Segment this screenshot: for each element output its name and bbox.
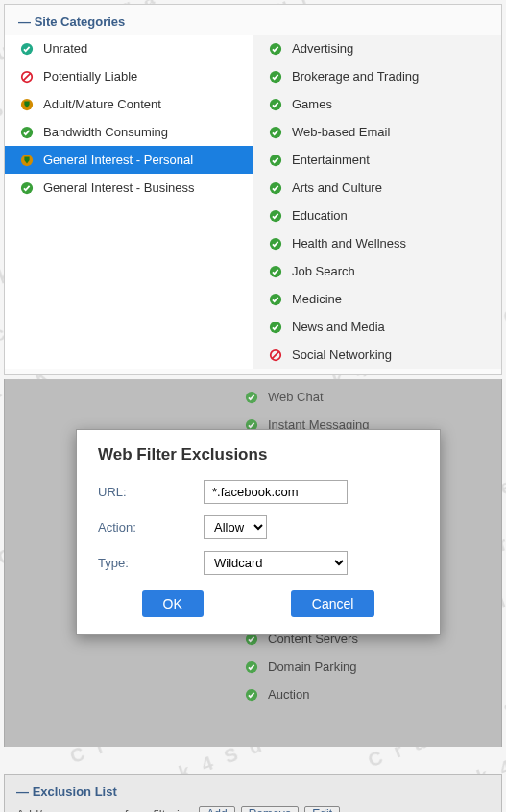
- action-label: Action:: [98, 520, 204, 535]
- category-label: Social Networking: [292, 347, 392, 362]
- svg-line-19: [272, 351, 278, 358]
- category-label: Arts and Culture: [292, 180, 382, 195]
- category-label: Health and Wellness: [292, 236, 406, 251]
- check-circle-icon: [269, 126, 282, 139]
- blocked-icon: [20, 70, 34, 84]
- category-item: Web Chat: [5, 383, 501, 411]
- category-item[interactable]: Games: [253, 90, 501, 118]
- category-label: Unrated: [43, 41, 87, 56]
- category-item[interactable]: Entertainment: [253, 146, 501, 174]
- warning-icon: [20, 154, 34, 167]
- category-item[interactable]: Brokerage and Trading: [253, 62, 501, 90]
- category-label: Potentially Liable: [43, 69, 137, 84]
- category-item[interactable]: Potentially Liable: [5, 62, 253, 90]
- url-label: URL:: [98, 485, 204, 499]
- check-circle-icon: [20, 181, 34, 195]
- category-item[interactable]: Arts and Culture: [253, 174, 501, 202]
- check-circle-icon: [269, 154, 282, 167]
- dialog-title: Web Filter Exclusions: [98, 445, 419, 465]
- category-item[interactable]: News and Media: [253, 313, 501, 341]
- check-circle-icon: [269, 70, 282, 84]
- category-item[interactable]: Adult/Mature Content: [5, 90, 253, 118]
- category-label: Advertising: [292, 41, 353, 56]
- check-circle-icon: [269, 98, 282, 111]
- category-item[interactable]: Education: [253, 202, 501, 229]
- cancel-button[interactable]: Cancel: [291, 590, 375, 617]
- category-label: General Interest - Personal: [43, 153, 193, 167]
- check-circle-icon: [269, 293, 282, 306]
- check-circle-icon: [269, 42, 282, 56]
- ok-button[interactable]: OK: [142, 590, 204, 617]
- category-label: Web-based Email: [292, 125, 390, 139]
- check-circle-icon: [20, 42, 34, 56]
- check-circle-icon: [20, 126, 34, 139]
- edit-button[interactable]: Edit: [304, 806, 340, 812]
- category-item[interactable]: Unrated: [5, 35, 253, 62]
- exclusion-subtitle: Add/remove pages from filtering: [16, 807, 193, 813]
- category-label: Job Search: [292, 264, 355, 278]
- category-label: Domain Parking: [268, 659, 357, 674]
- check-circle-icon: [245, 688, 258, 702]
- category-item[interactable]: Social Networking: [253, 341, 501, 369]
- blocked-icon: [269, 348, 282, 362]
- dialog-backdrop: Web ChatInstant Messaging Web Filter Exc…: [4, 379, 502, 747]
- action-select[interactable]: Allow: [204, 515, 267, 539]
- category-item[interactable]: Health and Wellness: [253, 229, 501, 257]
- category-label: Games: [292, 97, 332, 111]
- check-circle-icon: [245, 391, 258, 404]
- category-label: Brokerage and Trading: [292, 69, 419, 84]
- category-item[interactable]: General Interest - Personal: [5, 146, 253, 174]
- category-label: Education: [292, 208, 348, 223]
- web-filter-exclusions-dialog: Web Filter Exclusions URL: Action: Allow…: [76, 429, 441, 635]
- check-circle-icon: [245, 660, 258, 674]
- remove-button[interactable]: Remove: [241, 806, 300, 812]
- category-item[interactable]: Medicine: [253, 285, 501, 313]
- check-circle-icon: [269, 237, 282, 251]
- category-label: Auction: [268, 687, 309, 702]
- site-categories-panel: Site Categories UnratedPotentially Liabl…: [4, 4, 502, 375]
- category-item[interactable]: General Interest - Business: [5, 174, 253, 202]
- add-button[interactable]: Add: [199, 806, 234, 812]
- category-left-column: UnratedPotentially LiableAdult/Mature Co…: [5, 35, 253, 369]
- category-label: Medicine: [292, 292, 342, 306]
- category-right-column: AdvertisingBrokerage and TradingGamesWeb…: [253, 35, 501, 369]
- category-item[interactable]: Advertising: [253, 35, 501, 62]
- category-item[interactable]: Web-based Email: [253, 118, 501, 146]
- category-label: Bandwidth Consuming: [43, 125, 168, 139]
- category-item: Auction: [5, 681, 501, 708]
- category-label: News and Media: [292, 320, 385, 334]
- category-label: General Interest - Business: [43, 180, 195, 195]
- check-circle-icon: [269, 321, 282, 334]
- site-categories-title: Site Categories: [5, 5, 501, 35]
- category-label: Entertainment: [292, 153, 370, 167]
- category-item[interactable]: Bandwidth Consuming: [5, 118, 253, 146]
- warning-icon: [20, 98, 34, 111]
- type-select[interactable]: Wildcard: [204, 551, 348, 575]
- exclusion-title: Exclusion List: [5, 780, 501, 802]
- url-input[interactable]: [204, 480, 348, 504]
- check-circle-icon: [269, 265, 282, 278]
- type-label: Type:: [98, 556, 204, 570]
- svg-line-2: [23, 73, 30, 80]
- category-item[interactable]: Job Search: [253, 257, 501, 285]
- check-circle-icon: [269, 181, 282, 195]
- check-circle-icon: [269, 209, 282, 223]
- category-label: Adult/Mature Content: [43, 97, 161, 111]
- category-label: Web Chat: [268, 390, 324, 404]
- exclusion-list-panel: Exclusion List Add/remove pages from fil…: [4, 774, 502, 812]
- category-item: Domain Parking: [5, 653, 501, 681]
